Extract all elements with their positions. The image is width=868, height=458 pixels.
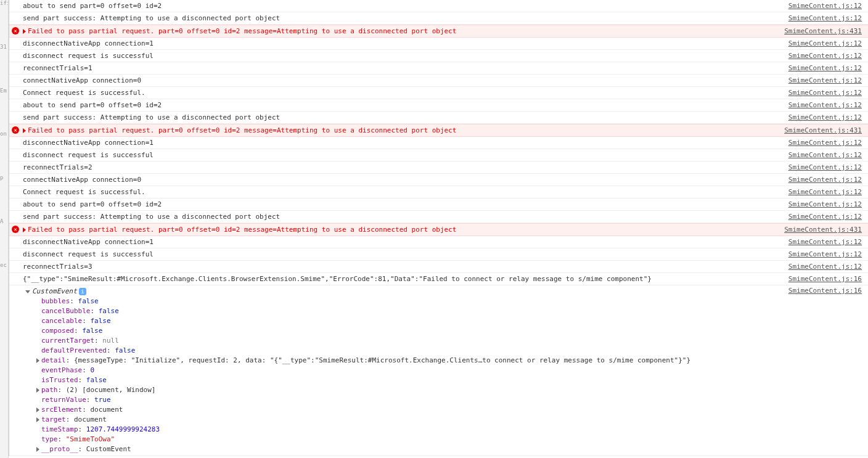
source-link[interactable]: SmimeContent.js:12	[788, 263, 862, 271]
object-property[interactable]: bubbles: false	[23, 296, 782, 306]
row-gutter	[9, 212, 22, 213]
object-property[interactable]: cancelable: false	[23, 316, 782, 326]
log-message[interactable]: disconnectNativeApp connection=1	[22, 237, 782, 247]
row-gutter	[9, 14, 22, 14]
object-property[interactable]: defaultPrevented: false	[23, 346, 782, 356]
expand-arrow-icon[interactable]	[36, 407, 39, 412]
log-message[interactable]: connectNativeApp connection=0	[22, 76, 782, 85]
source-link-cell: SmimeContent.js:12	[782, 63, 866, 73]
expand-arrow-icon[interactable]	[36, 388, 39, 393]
expand-arrow-icon[interactable]	[23, 128, 26, 133]
object-property[interactable]: srcElement: document	[23, 405, 782, 415]
source-link-cell: SmimeContent.js:12	[782, 212, 866, 221]
log-message[interactable]: send part success: Attempting to use a d…	[22, 113, 782, 122]
expand-arrow-icon[interactable]	[36, 447, 39, 452]
object-property[interactable]: isTrusted: false	[23, 375, 782, 385]
log-message[interactable]: send part success: Attempting to use a d…	[22, 14, 782, 23]
source-link[interactable]: SmimeContent.js:431	[784, 126, 862, 134]
source-link[interactable]: SmimeContent.js:12	[788, 163, 862, 171]
source-link[interactable]: SmimeContent.js:12	[788, 188, 862, 196]
source-link-cell: SmimeContent.js:12	[782, 175, 866, 184]
row-gutter	[9, 1, 22, 2]
object-header[interactable]: CustomEventi	[23, 287, 782, 296]
leftbar-fragment: on	[0, 94, 8, 137]
left-gutter-strip: ifie31EmonpAec	[0, 0, 9, 456]
expand-arrow-icon[interactable]	[23, 29, 26, 34]
info-badge-icon[interactable]: i	[79, 288, 86, 295]
error-icon: ✕	[12, 226, 19, 233]
object-property[interactable]: path: (2) [document, Window]	[23, 385, 782, 395]
log-message[interactable]: about to send part=0 offset=0 id=2	[22, 100, 782, 110]
console-log-row: reconnectTrials=2SmimeContent.js:12	[9, 162, 868, 174]
source-link[interactable]: SmimeContent.js:12	[788, 151, 862, 159]
log-message[interactable]: disconnect request is successful	[22, 150, 782, 160]
source-link[interactable]: SmimeContent.js:12	[788, 200, 862, 208]
property-value: 0	[90, 366, 94, 374]
object-property[interactable]: target: document	[23, 415, 782, 425]
log-message[interactable]: about to send part=0 offset=0 id=2	[22, 1, 782, 10]
object-property[interactable]: detail: {messageType: "Initialize", requ…	[23, 356, 782, 366]
source-link[interactable]: SmimeContent.js:12	[788, 76, 862, 84]
object-property[interactable]: type: "SmimeToOwa"	[23, 435, 782, 444]
object-property[interactable]: __proto__: CustomEvent	[23, 444, 782, 454]
property-value: document	[90, 406, 123, 414]
source-link-cell: SmimeContent.js:12	[782, 138, 866, 147]
log-message[interactable]: Connect request is successful.	[22, 88, 782, 97]
source-link[interactable]: SmimeContent.js:12	[788, 2, 862, 10]
log-message[interactable]: reconnectTrials=2	[22, 163, 782, 172]
property-value: false	[78, 297, 99, 305]
source-link[interactable]: SmimeContent.js:12	[788, 238, 862, 246]
console-log-row: disconnectNativeApp connection=1SmimeCon…	[9, 236, 868, 248]
expand-arrow-icon[interactable]	[23, 227, 26, 232]
log-message[interactable]: Failed to pass partial request. part=0 o…	[22, 225, 778, 234]
property-key: timeStamp	[41, 425, 78, 433]
log-message[interactable]: send part success: Attempting to use a d…	[22, 212, 782, 221]
console-log-row: about to send part=0 offset=0 id=2SmimeC…	[9, 0, 868, 12]
source-link[interactable]: SmimeContent.js:12	[788, 250, 862, 258]
source-link[interactable]: SmimeContent.js:12	[788, 14, 862, 22]
log-message[interactable]: {"__type":"SmimeResult:#Microsoft.Exchan…	[22, 274, 782, 284]
expand-arrow-icon[interactable]	[36, 417, 39, 422]
source-link-cell: SmimeContent.js:431	[778, 27, 866, 36]
property-value: false	[115, 346, 135, 354]
row-gutter	[9, 187, 22, 188]
source-link[interactable]: SmimeContent.js:12	[788, 39, 862, 47]
log-message[interactable]: connectNativeApp connection=0	[22, 175, 782, 184]
log-message[interactable]: Connect request is successful.	[22, 187, 782, 197]
source-link[interactable]: SmimeContent.js:431	[784, 27, 862, 35]
log-message[interactable]: disconnectNativeApp connection=1	[22, 39, 782, 48]
collapse-arrow-icon[interactable]	[25, 290, 30, 293]
source-link[interactable]: SmimeContent.js:16	[788, 275, 862, 283]
object-tree[interactable]: CustomEventibubbles: falsecancelBubble: …	[22, 287, 782, 454]
source-link[interactable]: SmimeContent.js:12	[788, 139, 862, 147]
object-property[interactable]: eventPhase: 0	[23, 366, 782, 375]
log-message[interactable]: Failed to pass partial request. part=0 o…	[22, 126, 778, 135]
source-link[interactable]: SmimeContent.js:12	[788, 64, 862, 72]
source-link[interactable]: SmimeContent.js:12	[788, 89, 862, 97]
object-property[interactable]: returnValue: true	[23, 395, 782, 405]
object-property[interactable]: composed: false	[23, 326, 782, 336]
source-link[interactable]: SmimeContent.js:16	[788, 287, 862, 295]
source-link[interactable]: SmimeContent.js:12	[788, 113, 862, 121]
log-message[interactable]: about to send part=0 offset=0 id=2	[22, 200, 782, 209]
object-property[interactable]: timeStamp: 1207.7449999924283	[23, 425, 782, 435]
log-message[interactable]: disconnectNativeApp connection=1	[22, 138, 782, 147]
object-property[interactable]: cancelBubble: false	[23, 306, 782, 316]
log-message[interactable]: reconnectTrials=1	[22, 63, 782, 73]
source-link[interactable]: SmimeContent.js:12	[788, 52, 862, 60]
source-link[interactable]: SmimeContent.js:431	[784, 226, 862, 234]
source-link[interactable]: SmimeContent.js:12	[788, 176, 862, 184]
log-message[interactable]: Failed to pass partial request. part=0 o…	[22, 27, 778, 36]
property-key: bubbles	[41, 297, 70, 305]
source-link-cell: SmimeContent.js:16	[782, 274, 866, 284]
object-property[interactable]: currentTarget: null	[23, 336, 782, 346]
source-link-cell: SmimeContent.js:431	[778, 225, 866, 234]
log-message[interactable]: disconnect request is successful	[22, 250, 782, 259]
log-message[interactable]: reconnectTrials=3	[22, 262, 782, 271]
log-message[interactable]: disconnect request is successful	[22, 51, 782, 60]
source-link[interactable]: SmimeContent.js:12	[788, 101, 862, 109]
source-link[interactable]: SmimeContent.js:12	[788, 213, 862, 221]
leftbar-fragment: A	[0, 181, 8, 225]
expand-arrow-icon[interactable]	[36, 358, 39, 363]
console-log-row: disconnectNativeApp connection=1SmimeCon…	[9, 38, 868, 50]
